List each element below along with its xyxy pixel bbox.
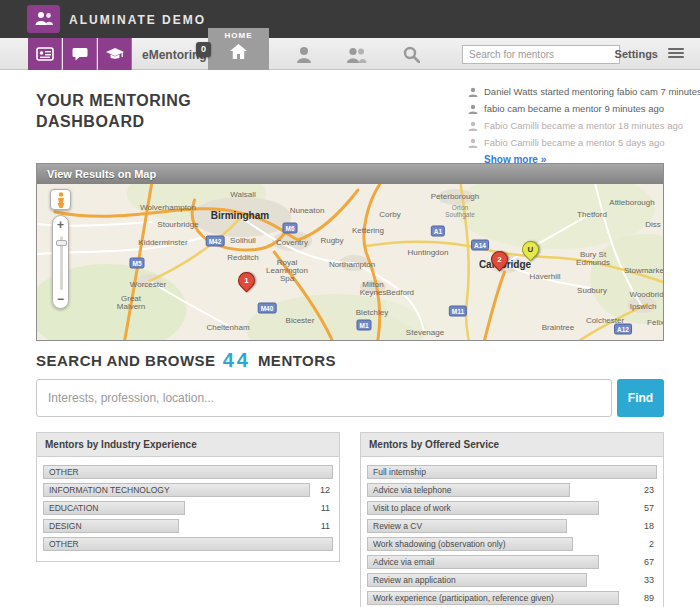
histogram-bar: Review an application <box>367 573 587 587</box>
chat-bubble-icon <box>72 47 88 61</box>
zoom-out-button[interactable]: − <box>53 292 68 306</box>
histogram-bar: Visit to place of work <box>367 501 599 515</box>
map-section: View Results on Map <box>36 163 664 341</box>
profile-tab[interactable] <box>293 45 315 64</box>
messages-button[interactable] <box>63 38 97 70</box>
activity-feed: Daniel Watts started mentoring fabio cam… <box>468 86 678 165</box>
zoom-slider[interactable] <box>56 240 67 246</box>
histogram-bar: Advice via email <box>367 555 599 569</box>
histogram-bar: OTHER <box>43 537 333 551</box>
histogram-bar: Work shadowing (observation only) <box>367 537 573 551</box>
histogram-row[interactable]: Work shadowing (observation only)2 <box>367 537 657 551</box>
activity-item: Daniel Watts started mentoring fabio cam… <box>468 86 678 97</box>
brand-logo[interactable] <box>27 5 60 33</box>
person-icon <box>468 121 478 131</box>
pegman-control[interactable] <box>50 189 71 210</box>
histogram-value: 18 <box>644 519 654 533</box>
histogram-bar: Review a CV <box>367 519 567 533</box>
browse-heading-prefix: SEARCH AND BROWSE <box>36 352 216 369</box>
histogram-value: 2 <box>649 537 654 551</box>
person-icon <box>296 46 312 63</box>
navbar: eMentoring 0 Settings <box>0 38 700 70</box>
home-tab-label: HOME <box>225 31 253 40</box>
home-icon <box>230 44 247 59</box>
activity-item: Fabio Camilli became a mentor 18 minutes… <box>468 120 678 131</box>
map-header: View Results on Map <box>37 164 663 184</box>
person-icon <box>468 104 478 114</box>
mentoring-button[interactable] <box>98 38 132 70</box>
histogram-bar: OTHER <box>43 465 333 479</box>
zoom-in-button[interactable]: + <box>53 218 68 232</box>
panel-body: Full internshipAdvice via telephone23Vis… <box>361 456 663 607</box>
histogram-row[interactable]: Review a CV18 <box>367 519 657 533</box>
histogram-row[interactable]: Full internship <box>367 465 657 479</box>
histogram-row[interactable]: Advice via email67 <box>367 555 657 569</box>
browse-heading-suffix: MENTORS <box>258 352 336 369</box>
mentor-count: 44 <box>223 349 251 372</box>
mentor-search-input[interactable] <box>462 45 620 64</box>
histogram-bar: INFORMATION TECHNOLOGY <box>43 483 310 497</box>
settings-button[interactable]: Settings <box>615 48 658 60</box>
notification-badge: 0 <box>196 42 211 57</box>
histogram-row[interactable]: INFORMATION TECHNOLOGY12 <box>43 483 333 497</box>
page-title-line1: YOUR MENTORING <box>36 92 191 109</box>
pegman-icon <box>56 192 66 208</box>
activity-item: Fabio Camilli became a mentor 5 days ago <box>468 137 678 148</box>
activity-text: fabio cam became a mentor 9 minutes ago <box>484 103 664 114</box>
histogram-value: 11 <box>321 501 330 515</box>
activity-text: Fabio Camilli became a mentor 18 minutes… <box>484 120 683 131</box>
contacts-button[interactable] <box>28 38 62 70</box>
panel-body: OTHERINFORMATION TECHNOLOGY12EDUCATION11… <box>37 456 339 561</box>
map-canvas[interactable]: WalsallWolverhamptonBirminghamNuneatonPe… <box>37 184 663 340</box>
search-tab[interactable] <box>400 45 422 64</box>
histogram-value: 12 <box>320 483 330 497</box>
activity-item: fabio cam became a mentor 9 minutes ago <box>468 103 678 114</box>
person-icon <box>468 87 478 97</box>
histogram-bar: Work experience (participation, referenc… <box>367 591 619 605</box>
panel-offered-service: Mentors by Offered Service Full internsh… <box>360 432 664 607</box>
search-icon <box>403 46 420 63</box>
page-title: YOUR MENTORING DASHBOARD <box>36 90 191 132</box>
panel-title: Mentors by Offered Service <box>361 433 663 456</box>
histogram-row[interactable]: OTHER <box>43 537 333 551</box>
histogram-value: 23 <box>644 483 654 497</box>
panel-industry-experience: Mentors by Industry Experience OTHERINFO… <box>36 432 340 562</box>
histogram-row[interactable]: EDUCATION11 <box>43 501 333 515</box>
id-card-icon <box>36 47 54 61</box>
brand-title: ALUMINATE DEMO <box>69 13 206 27</box>
browse-heading: SEARCH AND BROWSE 44 MENTORS <box>36 349 336 372</box>
find-button[interactable]: Find <box>617 379 664 417</box>
map-roads-art <box>37 184 663 340</box>
histogram-bar: DESIGN <box>43 519 179 533</box>
histogram-panels: Mentors by Industry Experience OTHERINFO… <box>36 432 664 607</box>
people-logo-icon <box>34 11 54 27</box>
histogram-row[interactable]: Work experience (participation, referenc… <box>367 591 657 605</box>
histogram-row[interactable]: OTHER <box>43 465 333 479</box>
mentors-tab[interactable] <box>345 45 367 64</box>
histogram-value: 89 <box>644 591 654 605</box>
people-icon <box>346 46 367 63</box>
topbar: ALUMINATE DEMO <box>0 0 700 38</box>
panel-title: Mentors by Industry Experience <box>37 433 339 456</box>
histogram-row[interactable]: Review an application33 <box>367 573 657 587</box>
histogram-row[interactable]: Visit to place of work57 <box>367 501 657 515</box>
histogram-bar: EDUCATION <box>43 501 185 515</box>
browse-search-input[interactable] <box>36 379 612 417</box>
graduation-cap-icon <box>106 47 124 61</box>
activity-text: Fabio Camilli became a mentor 5 days ago <box>484 137 665 148</box>
page-title-line2: DASHBOARD <box>36 113 145 130</box>
histogram-value: 57 <box>644 501 654 515</box>
zoom-control: + − <box>52 215 69 309</box>
histogram-value: 33 <box>644 573 654 587</box>
person-icon <box>468 138 478 148</box>
histogram-row[interactable]: Advice via telephone23 <box>367 483 657 497</box>
histogram-bar: Full internship <box>367 465 657 479</box>
menu-icon[interactable] <box>668 48 684 60</box>
histogram-row[interactable]: DESIGN11 <box>43 519 333 533</box>
activity-text: Daniel Watts started mentoring fabio cam… <box>484 86 700 97</box>
tab-home[interactable]: HOME <box>208 28 269 70</box>
histogram-value: 67 <box>644 555 654 569</box>
mentor-search-bar: Find <box>36 379 664 417</box>
histogram-value: 11 <box>321 519 330 533</box>
histogram-bar: Advice via telephone <box>367 483 570 497</box>
